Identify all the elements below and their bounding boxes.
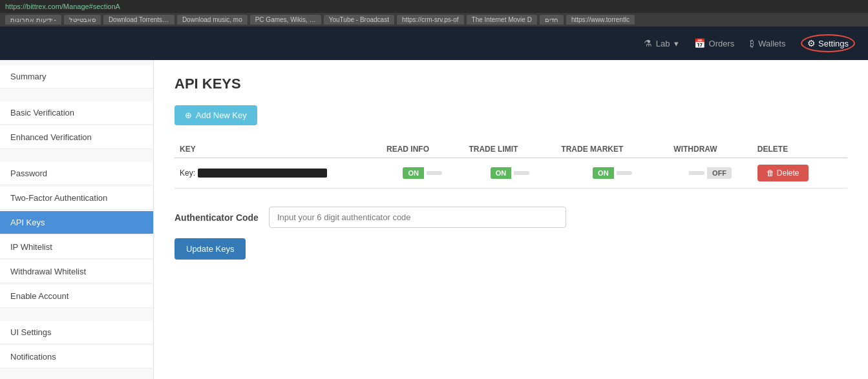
sidebar-item-two-factor[interactable]: Two-Factor Authentication (0, 187, 153, 210)
sidebar-group-settings: UI Settings Notifications (0, 321, 153, 369)
nav-wallets-label: Wallets (758, 39, 785, 48)
withdraw-off-label: OFF (707, 167, 732, 179)
read-info-cell: ON (381, 158, 463, 189)
tab-7[interactable]: The Internet Movie D (467, 15, 537, 25)
sidebar-spacer-2 (0, 154, 153, 162)
read-info-off-area (427, 171, 442, 175)
lab-icon: ⚗ (644, 38, 652, 48)
sidebar-item-withdrawal-whitelist[interactable]: Withdrawal Whitelist (0, 260, 153, 283)
update-keys-button[interactable]: Update Keys (175, 238, 246, 260)
top-nav: ⚗ Lab ▾ 📅 Orders ₿ Wallets ⚙ Settings (0, 26, 868, 60)
page-layout: Summary Basic Verification Enhanced Veri… (0, 60, 868, 379)
tab-1[interactable]: סאבטייטל (64, 15, 101, 25)
tab-5[interactable]: YouTube - Broadcast (324, 15, 394, 25)
sidebar-group-verification: Basic Verification Enhanced Verification (0, 101, 153, 149)
url-display: https://bittrex.com/Manage#sectionA (5, 3, 120, 10)
table-row: Key: ON ON (175, 158, 847, 189)
nav-orders-label: Orders (709, 39, 735, 48)
nav-settings[interactable]: ⚙ Settings (801, 34, 855, 52)
settings-gear-icon: ⚙ (807, 38, 816, 48)
sidebar-spacer-1 (0, 94, 153, 101)
authenticator-input[interactable] (269, 207, 566, 228)
delete-button[interactable]: 🗑 Delete (757, 165, 809, 181)
col-header-key: KEY (175, 141, 381, 158)
nav-settings-label: Settings (818, 39, 849, 48)
nav-lab-label: Lab (656, 39, 670, 48)
sidebar-item-enable-account[interactable]: Enable Account (0, 285, 153, 308)
tab-0[interactable]: ידיעות אחרונות - (5, 15, 61, 25)
withdraw-cell: OFF (668, 158, 752, 189)
read-info-toggle[interactable]: ON (386, 167, 458, 179)
key-cell: Key: (175, 158, 381, 189)
nav-lab[interactable]: ⚗ Lab ▾ (644, 38, 679, 48)
trade-market-on-label: ON (593, 167, 614, 179)
tab-9[interactable]: https://www.torrentlc (566, 15, 635, 25)
col-header-withdraw: WITHDRAW (668, 141, 752, 158)
key-prefix: Key: (180, 169, 195, 178)
col-header-read-info: READ INFO (381, 141, 463, 158)
sidebar-item-api-keys[interactable]: API Keys (0, 211, 153, 234)
read-info-on-label: ON (403, 167, 424, 179)
browser-url-bar: https://bittrex.com/Manage#sectionA (0, 0, 868, 13)
plus-icon: ⊕ (185, 110, 192, 120)
add-new-key-button[interactable]: ⊕ Add New Key (175, 105, 257, 125)
tab-6[interactable]: https://crm-srv.ps-of (397, 15, 464, 25)
table-header-row: KEY READ INFO TRADE LIMIT TRADE MARKET W… (175, 141, 847, 158)
col-header-trade-market: TRADE MARKET (556, 141, 668, 158)
sidebar: Summary Basic Verification Enhanced Veri… (0, 60, 154, 379)
sidebar-spacer-3 (0, 313, 153, 321)
tab-2[interactable]: Download Torrents, F (103, 15, 175, 25)
sidebar-item-enhanced-verification[interactable]: Enhanced Verification (0, 126, 153, 149)
delete-label: Delete (777, 169, 799, 178)
sidebar-item-ip-whitelist[interactable]: IP Whitelist (0, 236, 153, 259)
nav-wallets[interactable]: ₿ Wallets (750, 38, 785, 48)
page-title: API KEYS (175, 76, 847, 92)
withdraw-toggle[interactable]: OFF (673, 167, 746, 179)
main-content: API KEYS ⊕ Add New Key KEY READ INFO TRA… (154, 60, 868, 379)
key-value-redacted (198, 169, 327, 178)
withdraw-on-area (689, 171, 704, 175)
update-keys-label: Update Keys (186, 244, 234, 254)
nav-orders[interactable]: 📅 Orders (694, 38, 735, 48)
sidebar-item-ui-settings[interactable]: UI Settings (0, 321, 153, 344)
api-keys-table: KEY READ INFO TRADE LIMIT TRADE MARKET W… (175, 141, 847, 189)
sidebar-item-notifications[interactable]: Notifications (0, 345, 153, 369)
tab-4[interactable]: PC Games, Wikis, Che (250, 15, 321, 25)
trade-limit-off-area (514, 171, 529, 175)
trade-limit-cell: ON (463, 158, 556, 189)
sidebar-group-account: Password Two-Factor Authentication API K… (0, 162, 153, 308)
sidebar-item-summary[interactable]: Summary (0, 65, 153, 88)
lab-chevron-icon: ▾ (674, 39, 679, 48)
trade-market-off-area (617, 171, 632, 175)
tab-3[interactable]: Download music, mo (177, 15, 248, 25)
tab-8[interactable]: חדים (540, 15, 564, 25)
sidebar-group-summary: Summary (0, 65, 153, 88)
col-header-trade-limit: TRADE LIMIT (463, 141, 556, 158)
trade-market-toggle[interactable]: ON (561, 167, 663, 179)
sidebar-item-password[interactable]: Password (0, 162, 153, 185)
delete-cell: 🗑 Delete (752, 158, 847, 189)
sidebar-item-basic-verification[interactable]: Basic Verification (0, 101, 153, 125)
add-key-label: Add New Key (196, 110, 247, 120)
browser-tabs: ידיעות אחרונות - סאבטייטל Download Torre… (0, 13, 868, 26)
trade-limit-on-label: ON (491, 167, 512, 179)
trade-limit-toggle[interactable]: ON (469, 167, 551, 179)
authenticator-label: Authenticator Code (175, 212, 259, 223)
trade-market-cell: ON (556, 158, 668, 189)
wallets-icon: ₿ (750, 38, 754, 48)
settings-circle: ⚙ Settings (801, 34, 855, 52)
orders-icon: 📅 (694, 38, 705, 48)
trash-icon: 🗑 (767, 169, 774, 178)
authenticator-section: Authenticator Code (175, 207, 847, 228)
col-header-delete: DELETE (752, 141, 847, 158)
